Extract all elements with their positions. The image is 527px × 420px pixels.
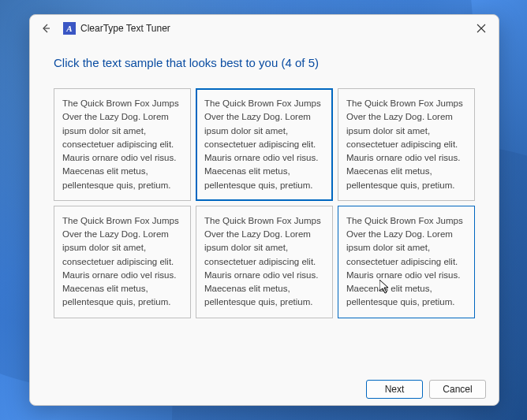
app-icon-letter: A [66, 24, 72, 33]
titlebar: A ClearType Text Tuner [30, 15, 499, 42]
next-button[interactable]: Next [366, 380, 423, 399]
text-sample-5[interactable]: The Quick Brown Fox Jumps Over the Lazy … [196, 206, 333, 318]
cleartype-tuner-window: A ClearType Text Tuner Click the text sa… [29, 14, 499, 406]
text-sample-2[interactable]: The Quick Brown Fox Jumps Over the Lazy … [196, 88, 333, 201]
content-area: Click the text sample that looks best to… [30, 42, 499, 374]
instruction-text: Click the text sample that looks best to… [54, 56, 475, 69]
text-sample-1[interactable]: The Quick Brown Fox Jumps Over the Lazy … [54, 88, 191, 201]
cancel-button[interactable]: Cancel [429, 380, 486, 399]
app-icon: A [63, 22, 76, 35]
close-icon [477, 24, 486, 33]
window-title: ClearType Text Tuner [80, 23, 170, 34]
text-sample-4[interactable]: The Quick Brown Fox Jumps Over the Lazy … [54, 206, 191, 318]
text-sample-6[interactable]: The Quick Brown Fox Jumps Over the Lazy … [338, 206, 475, 318]
sample-grid: The Quick Brown Fox Jumps Over the Lazy … [54, 88, 475, 318]
text-sample-3[interactable]: The Quick Brown Fox Jumps Over the Lazy … [338, 88, 475, 201]
back-button[interactable] [38, 20, 54, 36]
close-button[interactable] [470, 20, 492, 37]
footer: Next Cancel [30, 374, 499, 405]
arrow-left-icon [40, 23, 51, 34]
